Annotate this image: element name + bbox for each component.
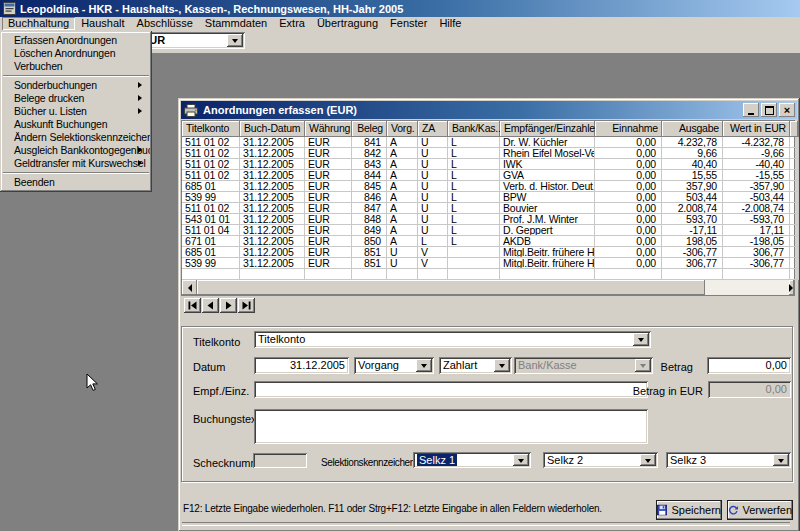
table-row[interactable]: 671 0131.12.2005EUR850ALLAKDB0,00198,05-… [182, 236, 794, 247]
dropdown-arrow-icon[interactable] [494, 359, 510, 372]
column-header-filler[interactable] [790, 121, 798, 137]
column-header-beleg[interactable]: Beleg [352, 121, 387, 137]
first-record-button[interactable] [184, 298, 201, 313]
menu-item-ändern-selektionskennzeichen[interactable]: Ändern Selektionskennzeichen [2, 131, 150, 144]
table-cell: -2.008,74 [723, 203, 790, 214]
scroll-left-button[interactable] [182, 280, 197, 295]
table-cell: 9,66 [662, 148, 723, 159]
table-cell: EUR [305, 159, 352, 170]
menubar-item-übertragung[interactable]: Übertragung [311, 17, 384, 30]
column-header-buch-datum[interactable]: Buch-Datum [240, 121, 305, 137]
selkz1-combo[interactable]: Selkz 1 [413, 452, 531, 468]
dropdown-arrow-icon[interactable] [416, 359, 432, 372]
table-cell: Mitgl.Beitr. frühere H... [500, 247, 595, 258]
table-cell: -306,77 [662, 247, 723, 258]
table-row[interactable]: 511 01 0231.12.2005EUR844AULGVA0,0015,55… [182, 170, 794, 181]
table-cell: V [418, 247, 448, 258]
menu-item-label: Verbuchen [14, 60, 62, 72]
table-row[interactable]: 511 01 0431.12.2005EUR849AULD. Geppert0,… [182, 225, 794, 236]
selkz2-combo[interactable]: Selkz 2 [543, 452, 658, 468]
table-cell: 31.12.2005 [240, 203, 305, 214]
maximize-button[interactable] [761, 103, 777, 117]
horizontal-scrollbar[interactable] [182, 280, 794, 295]
table-row[interactable]: 511 01 0231.12.2005EUR842AULRhein Eifel … [182, 148, 794, 159]
menu-item-ausgleich-bankkontogegenbuch[interactable]: Ausgleich Bankkontogegenbuch [2, 144, 150, 157]
table-cell: 851 [352, 247, 387, 258]
table-cell: 306,77 [723, 247, 790, 258]
table-cell: EUR [305, 247, 352, 258]
table-cell [723, 269, 790, 280]
column-header-za[interactable]: ZA [418, 121, 448, 137]
vorgang-combo[interactable]: Vorgang [354, 357, 434, 374]
table-cell [240, 269, 305, 280]
discard-button[interactable]: Verwerfen [727, 500, 793, 520]
floppy-icon [657, 504, 667, 516]
betrag-input[interactable]: 0,00 [707, 357, 791, 374]
buchungstext-input[interactable] [254, 409, 648, 444]
column-header-wert-in-eur[interactable]: Wert in EUR [723, 121, 790, 137]
menubar-item-extra[interactable]: Extra [273, 17, 311, 30]
table-cell: 31.12.2005 [240, 247, 305, 258]
table-row[interactable]: 511 01 0231.12.2005EUR841AULDr. W. Küchl… [182, 137, 794, 148]
scrollbar-thumb[interactable] [197, 280, 705, 295]
table-row[interactable]: 539 9931.12.2005EUR846AULBPW0,00503,44-5… [182, 192, 794, 203]
menu-item-erfassen-anordnungen[interactable]: Erfassen Anordnungen [2, 34, 150, 47]
selkz3-combo[interactable]: Selkz 3 [666, 452, 791, 468]
table-cell: 849 [352, 225, 387, 236]
menu-item-label: Erfassen Anordnungen [14, 34, 117, 46]
table-row[interactable]: 543 01 0131.12.2005EUR848AULProf. J.M. W… [182, 214, 794, 225]
table-row[interactable]: 685 0131.12.2005EUR845AULVerb. d. Histor… [182, 181, 794, 192]
menu-item-belege-drucken[interactable]: Belege drucken [2, 92, 150, 105]
zahlart-combo[interactable]: Zahlart [439, 357, 512, 374]
child-window: Anordnungen erfassen (EUR) × TitelkontoB… [178, 98, 800, 531]
column-header-einnahme[interactable]: Einnahme [595, 121, 662, 137]
menubar-item-buchhaltung[interactable]: Buchhaltung [2, 17, 75, 30]
menu-item-sonderbuchungen[interactable]: Sonderbuchungen [2, 79, 150, 92]
menu-item-löschen-anordnungen[interactable]: Löschen Anordnungen [2, 47, 150, 60]
table-cell: 31.12.2005 [240, 192, 305, 203]
menu-item-geldtransfer-mit-kurswechsel[interactable]: Geldtransfer mit Kurswechsel [2, 157, 150, 170]
menubar-item-fenster[interactable]: Fenster [384, 17, 433, 30]
child-titlebar[interactable]: Anordnungen erfassen (EUR) × [181, 101, 797, 119]
dropdown-arrow-icon[interactable] [640, 454, 656, 466]
minimize-button[interactable] [743, 103, 759, 117]
table-cell: 15,55 [662, 170, 723, 181]
menu-item-auskunft-buchungen[interactable]: Auskunft Buchungen [2, 118, 150, 131]
table-row[interactable]: 511 01 0231.12.2005EUR843AULIWK0,0040,40… [182, 159, 794, 170]
scrollbar-track[interactable] [705, 280, 779, 295]
menu-item-beenden[interactable]: Beenden [2, 176, 150, 189]
table-cell: 851 [352, 258, 387, 269]
column-header-titelkonto[interactable]: Titelkonto [182, 121, 240, 137]
menubar-item-stammdaten[interactable]: Stammdaten [199, 17, 273, 30]
column-header-ausgabe[interactable]: Ausgabe [662, 121, 723, 137]
buchungstext-label: Buchungstext [193, 413, 260, 425]
dropdown-arrow-icon[interactable] [773, 454, 789, 466]
scroll-right-button[interactable] [789, 280, 794, 295]
table-row[interactable]: 539 9931.12.2005EUR851UVMitgl.Beitr. frü… [182, 258, 794, 269]
empf-einz-input[interactable] [254, 381, 648, 398]
printer-icon [183, 104, 199, 117]
table-row[interactable]: 685 0131.12.2005EUR851UVMitgl.Beitr. frü… [182, 247, 794, 258]
next-record-button[interactable] [220, 298, 237, 313]
menubar-item-haushalt[interactable]: Haushalt [75, 17, 130, 30]
column-header-währung[interactable]: Währung [305, 121, 352, 137]
titelkonto-combo[interactable]: Titelkonto [254, 331, 651, 348]
last-record-button[interactable] [238, 298, 255, 313]
close-button[interactable]: × [779, 103, 795, 117]
menu-item-bücher-u-listen[interactable]: Bücher u. Listen [2, 105, 150, 118]
column-header-empfänger-einzahler[interactable]: Empfänger/Einzahler [500, 121, 595, 137]
previous-record-button[interactable] [202, 298, 219, 313]
menubar-item-abschlüsse[interactable]: Abschlüsse [131, 17, 199, 30]
menu-item-verbuchen[interactable]: Verbuchen [2, 60, 150, 73]
dropdown-arrow-icon[interactable] [513, 454, 529, 466]
menubar-item-hilfe[interactable]: Hilfe [433, 17, 467, 30]
currency-combo[interactable]: EUR [138, 32, 245, 49]
save-button[interactable]: Speichern [656, 500, 722, 520]
empf-einz-label: Empf./Einz. [193, 385, 249, 397]
column-header-bank-kas[interactable]: Bank/Kas... [448, 121, 500, 137]
dropdown-arrow-icon[interactable] [633, 333, 649, 346]
column-header-vorg[interactable]: Vorg. [387, 121, 418, 137]
dropdown-arrow-icon[interactable] [227, 34, 243, 47]
table-row[interactable]: 511 01 0231.12.2005EUR847AULBouvier0,002… [182, 203, 794, 214]
datum-input[interactable]: 31.12.2005 [254, 357, 349, 374]
